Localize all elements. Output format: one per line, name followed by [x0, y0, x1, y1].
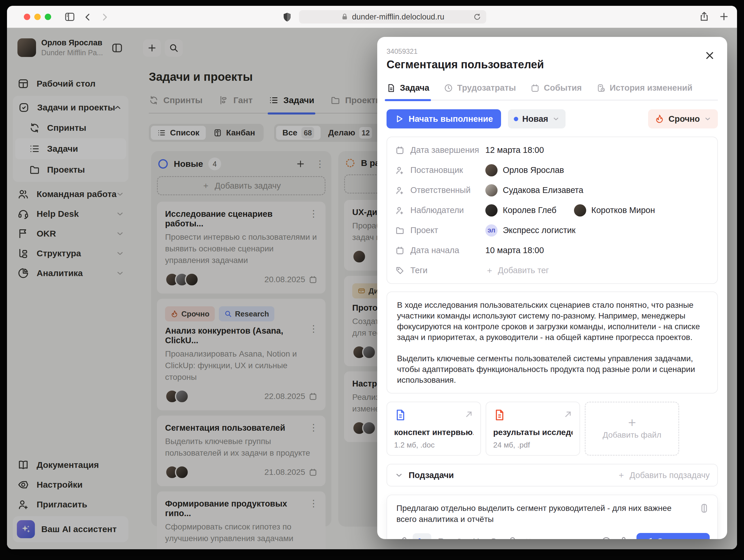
browser-chrome: dunder-mifflin.delocloud.ru	[7, 6, 737, 28]
file-card-pdf[interactable]: результаты исследо... 24 мб, .pdf	[486, 402, 580, 456]
field-start-date[interactable]: Дата начала 10 марта 18:00	[395, 240, 709, 260]
subtasks-bar[interactable]: Подзадачи ＋Добавить подзадачу	[386, 464, 718, 486]
modal-tabs: Задача Трудозатраты События История изме…	[386, 83, 718, 101]
status-label: Новая	[522, 114, 548, 124]
subtasks-title: Подзадачи	[409, 471, 454, 480]
strikethrough-button[interactable]: S	[486, 534, 501, 539]
open-file-icon[interactable]	[464, 409, 474, 419]
tab-time-tracking[interactable]: Трудозатраты	[444, 83, 516, 93]
emoji-icon[interactable]	[599, 534, 614, 539]
field-watchers[interactable]: Наблюдатели Королев Глеб Коротков Мирон	[395, 200, 709, 220]
text-style-button[interactable]: Aa	[413, 533, 431, 539]
italic-button[interactable]: I	[451, 534, 466, 539]
person-plus-icon	[395, 166, 405, 175]
add-tag-button[interactable]: ＋Добавить тег	[485, 265, 549, 276]
field-tags[interactable]: Теги ＋Добавить тег	[395, 260, 709, 281]
comment-editor[interactable]: Предлагаю отдельно выделить сегмент руко…	[386, 495, 718, 539]
add-file-label: Добавить файл	[602, 431, 661, 440]
status-dropdown[interactable]: Новая	[508, 109, 565, 128]
new-tab-icon[interactable]	[718, 11, 730, 22]
address-bar[interactable]: dunder-mifflin.delocloud.ru	[299, 10, 486, 24]
task-fields: Дата завершения 12 марта 18:00 Постановщ…	[386, 137, 718, 284]
url-text: dunder-mifflin.delocloud.ru	[352, 12, 444, 22]
zoom-window-button[interactable]	[45, 14, 51, 20]
tab-history[interactable]: История изменений	[596, 83, 693, 93]
close-window-button[interactable]	[24, 14, 30, 20]
chevron-down-icon	[552, 115, 560, 123]
comment-text[interactable]: Предлагаю отдельно выделить сегмент руко…	[397, 503, 690, 525]
code-icon[interactable]	[521, 534, 536, 539]
person-plus-icon	[395, 186, 405, 195]
tab-label: События	[544, 83, 582, 93]
back-button[interactable]	[83, 12, 93, 22]
file-name: результаты исследо...	[493, 428, 572, 437]
field-assignee[interactable]: Ответственный Судакова Елизавета	[395, 180, 709, 200]
tab-label: История изменений	[610, 83, 693, 93]
task-description[interactable]: В ходе исследования пользовательских сце…	[386, 292, 718, 394]
project-badge: эл	[485, 224, 497, 236]
browser-window: dunder-mifflin.delocloud.ru Орлов Яросла…	[7, 6, 737, 549]
add-file-button[interactable]: ＋ Добавить файл	[585, 402, 679, 456]
person-name: Коротков Мирон	[591, 206, 655, 215]
pdf-file-icon	[493, 409, 506, 421]
mic-icon[interactable]	[616, 534, 631, 539]
app-root: Орлов Ярослав Dunder Mifflin Pa... Рабоч…	[7, 28, 737, 549]
minimize-window-button[interactable]	[34, 14, 41, 20]
file-card-doc[interactable]: конспект интервью... 1.2 мб, .doc	[386, 402, 481, 456]
calendar-icon	[530, 83, 540, 93]
tab-events[interactable]: События	[530, 83, 582, 93]
field-value: 10 марта 18:00	[485, 246, 544, 255]
shield-icon[interactable]	[282, 12, 292, 23]
person-name: Судакова Елизавета	[503, 185, 583, 195]
expand-editor-icon[interactable]	[699, 503, 710, 514]
link-icon[interactable]	[504, 534, 518, 539]
description-paragraph: В ходе исследования пользовательских сце…	[397, 300, 707, 343]
doc-file-icon	[394, 409, 407, 421]
task-id: 34059321	[386, 47, 718, 55]
plus-icon: ＋	[485, 265, 494, 276]
browser-sidebar-icon[interactable]	[64, 11, 76, 23]
avatar	[485, 184, 497, 196]
priority-dropdown[interactable]: Срочно	[648, 109, 718, 128]
plus-icon: ＋	[617, 469, 625, 481]
screen: dunder-mifflin.delocloud.ru Орлов Яросла…	[0, 0, 744, 560]
tab-label: Задача	[400, 83, 429, 93]
chevron-down-icon	[704, 115, 711, 123]
field-value: 12 марта 18:00	[485, 145, 544, 155]
close-icon[interactable]	[704, 50, 715, 61]
lock-icon	[341, 13, 348, 21]
start-task-button[interactable]: Начать выполнение	[386, 109, 501, 128]
open-file-icon[interactable]	[563, 409, 573, 419]
file-meta: 24 мб, .pdf	[493, 441, 572, 450]
avatar	[574, 204, 586, 217]
field-label: Дата завершения	[410, 145, 479, 155]
tab-task[interactable]: Задача	[386, 83, 429, 93]
add-subtask-button[interactable]: ＋Добавить подзадачу	[617, 469, 710, 481]
task-title: Сегментация пользователей	[386, 59, 718, 71]
forward-button[interactable]	[100, 12, 109, 22]
tab-overview-icon[interactable]	[737, 11, 737, 22]
modal-actions: Начать выполнение Новая Срочно	[386, 109, 718, 128]
plus-icon: ＋	[626, 418, 638, 426]
chevron-down-icon[interactable]	[395, 471, 403, 480]
flame-icon	[655, 114, 664, 124]
bold-button[interactable]: B	[434, 534, 449, 539]
underline-button[interactable]: U	[469, 534, 484, 539]
attach-icon[interactable]	[395, 534, 410, 539]
attachments: конспект интервью... 1.2 мб, .doc резуль…	[386, 402, 718, 456]
person-name: Орлов Ярослав	[503, 165, 564, 175]
calendar-icon	[395, 146, 405, 155]
tag-icon	[395, 266, 405, 275]
avatar	[485, 204, 497, 217]
person-plus-icon	[395, 206, 405, 215]
reload-icon[interactable]	[473, 12, 482, 21]
send-comment-button[interactable]: Отправить	[636, 533, 710, 539]
share-icon[interactable]	[699, 11, 710, 22]
file-text-icon	[386, 83, 396, 93]
history-icon	[596, 83, 606, 93]
field-due-date[interactable]: Дата завершения 12 марта 18:00	[395, 140, 709, 160]
send-icon	[644, 537, 653, 539]
field-author[interactable]: Постановщик Орлов Ярослав	[395, 160, 709, 180]
field-project[interactable]: Проект элЭкспресс логистик	[395, 220, 709, 240]
task-modal: 34059321 Сегментация пользователей Задач…	[377, 37, 727, 539]
